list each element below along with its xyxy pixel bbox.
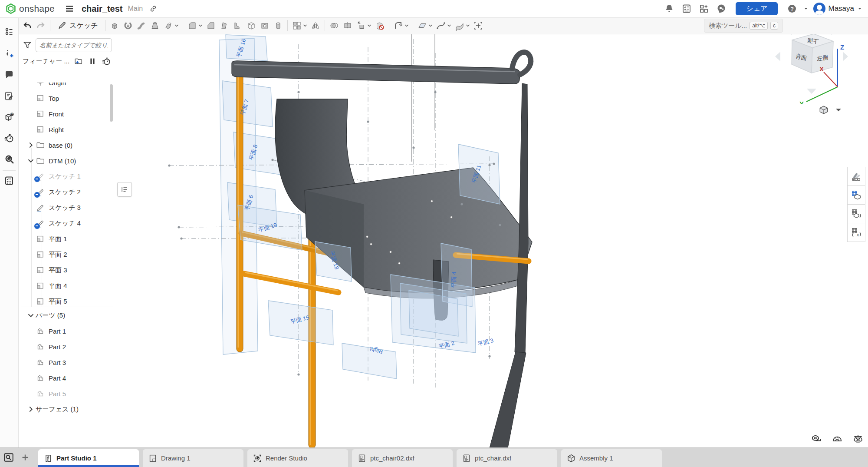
search-tools[interactable]: 検索ツール... alt/⌥ c: [704, 19, 783, 33]
add-tab-button[interactable]: [17, 448, 33, 467]
measure-tape-icon[interactable]: [811, 433, 822, 444]
tab-render-studio[interactable]: Render Studio: [247, 449, 348, 467]
modify-fillet-button[interactable]: [392, 19, 405, 32]
tab-drawing-1[interactable]: Drawing 1: [143, 449, 243, 467]
curve-tool-button[interactable]: [434, 19, 447, 32]
chevron-right-icon[interactable]: [26, 404, 36, 414]
panel-toggle-button[interactable]: [117, 182, 132, 197]
hole-button[interactable]: [258, 19, 271, 32]
mirror-button[interactable]: [309, 19, 322, 32]
modify-caret-icon[interactable]: [404, 23, 409, 28]
pattern-button[interactable]: [290, 19, 303, 32]
tree-item-plane2[interactable]: 平面 2: [21, 247, 113, 262]
undo-button[interactable]: [21, 19, 34, 32]
tab-search-button[interactable]: [0, 448, 17, 467]
link-icon[interactable]: [149, 4, 158, 13]
thicken-caret-icon[interactable]: [174, 23, 179, 28]
chair-sheet-dark[interactable]: [232, 52, 532, 448]
checklist-icon[interactable]: [4, 176, 14, 186]
feature-list-icon[interactable]: [4, 27, 14, 37]
configurations-button[interactable]: [847, 204, 865, 223]
tree-item-plane1[interactable]: 平面 1: [21, 231, 113, 247]
chevron-down-icon[interactable]: [26, 311, 36, 320]
origin-tool-button[interactable]: [472, 19, 485, 32]
variables-button[interactable]: x: [847, 223, 865, 242]
main-menu-icon[interactable]: [64, 3, 75, 14]
user-menu[interactable]: Masaya: [813, 3, 863, 15]
part-row-1[interactable]: Part 1: [21, 323, 113, 339]
appearance-panel-button[interactable]: [847, 167, 865, 186]
tree-item-plane4[interactable]: 平面 4: [21, 278, 113, 294]
protractor-icon[interactable]: [832, 433, 843, 444]
part-row-2[interactable]: Part 2: [21, 339, 113, 354]
tree-item-sketch4[interactable]: スケッチ 4: [21, 215, 113, 231]
suspend-icon[interactable]: [88, 56, 97, 66]
loft-button[interactable]: [148, 19, 161, 32]
mass-properties-icon[interactable]: [852, 433, 864, 444]
surface-caret-icon[interactable]: [465, 23, 470, 28]
insert-feature-icon[interactable]: [4, 49, 14, 59]
tree-item-sketch2[interactable]: スケッチ 2: [21, 184, 113, 200]
named-views-button[interactable]: [847, 185, 865, 205]
onshape-logo[interactable]: onshape: [5, 3, 55, 14]
redo-button[interactable]: [34, 19, 47, 32]
tree-item-plane3[interactable]: 平面 3: [21, 262, 113, 278]
part-row-3[interactable]: Part 3: [21, 354, 113, 370]
rib-button[interactable]: [231, 19, 244, 32]
curve-caret-icon[interactable]: [447, 23, 452, 28]
help-icon[interactable]: ?: [786, 2, 799, 15]
draft-button[interactable]: [218, 19, 231, 32]
tab-ptc-chair02-dxf[interactable]: ptc_chair02.dxf: [352, 449, 453, 467]
tree-item-front[interactable]: Front: [21, 106, 113, 122]
pattern-caret-icon[interactable]: [302, 23, 308, 28]
view-options-menu[interactable]: [818, 104, 844, 116]
tree-folder-dtm[interactable]: DTM (10): [21, 153, 113, 169]
transform-caret-icon[interactable]: [367, 23, 372, 28]
graphics-viewport[interactable]: 平面 16 平面 7 平面 8 平面 6 平面 19 平面 18 平面 11 平…: [115, 34, 868, 448]
tree-item-plane5[interactable]: 平面 5: [21, 294, 113, 307]
surface-tool-button[interactable]: [453, 19, 466, 32]
ai-advisor-icon[interactable]: [715, 2, 728, 15]
delete-face-button[interactable]: [373, 19, 386, 32]
chevron-down-icon[interactable]: [26, 156, 36, 166]
apps-icon[interactable]: [697, 2, 710, 15]
shell-button[interactable]: [245, 19, 258, 32]
part-row-5[interactable]: Part 5: [21, 386, 113, 401]
extrude-button[interactable]: [108, 19, 121, 32]
history-timer-icon[interactable]: [4, 133, 14, 143]
tab-ptc-chair-dxf[interactable]: ptc_chair.dxf: [457, 449, 557, 467]
new-folder-icon[interactable]: [74, 56, 83, 66]
revolve-button[interactable]: [122, 19, 135, 32]
tree-item-sketch3[interactable]: スケッチ 3: [21, 200, 113, 215]
tree-item-top[interactable]: Top: [21, 90, 113, 106]
sketch-button[interactable]: スケッチ: [53, 19, 102, 32]
filter-input[interactable]: [36, 38, 112, 52]
notes-icon[interactable]: [4, 91, 14, 101]
tree-item-sketch1[interactable]: スケッチ 1: [21, 169, 113, 184]
sweep-button[interactable]: [135, 19, 148, 32]
filter-funnel-icon[interactable]: [23, 40, 32, 50]
thicken-button[interactable]: [162, 19, 175, 32]
fillet-button[interactable]: [186, 19, 199, 32]
notifications-icon[interactable]: [663, 2, 676, 15]
plane-caret-icon[interactable]: [428, 23, 433, 28]
chair-model[interactable]: 平面 16 平面 7 平面 8 平面 6 平面 19 平面 18 平面 11 平…: [115, 34, 868, 448]
comments-icon[interactable]: [4, 70, 14, 80]
transform-button[interactable]: [355, 19, 368, 32]
share-button[interactable]: シェア: [736, 2, 778, 15]
parts-section-header[interactable]: パーツ (5): [21, 308, 113, 323]
split-button[interactable]: [341, 19, 354, 32]
boolean-button[interactable]: [328, 19, 341, 32]
boss-button[interactable]: [272, 19, 285, 32]
tab-assembly-1[interactable]: Assembly 1: [561, 449, 662, 467]
plane-tool-button[interactable]: [416, 19, 429, 32]
workspace-name[interactable]: Main: [128, 5, 143, 13]
fillet-caret-icon[interactable]: [198, 23, 203, 28]
tree-item-right[interactable]: Right: [21, 122, 113, 137]
inspect-lens-icon[interactable]: [4, 154, 14, 164]
part-row-4[interactable]: Part 4: [21, 370, 113, 386]
rollback-icon[interactable]: [102, 56, 111, 66]
tasks-icon[interactable]: [680, 2, 693, 15]
chamfer-button[interactable]: [204, 19, 217, 32]
tab-part-studio-1[interactable]: Part Studio 1: [38, 449, 139, 467]
